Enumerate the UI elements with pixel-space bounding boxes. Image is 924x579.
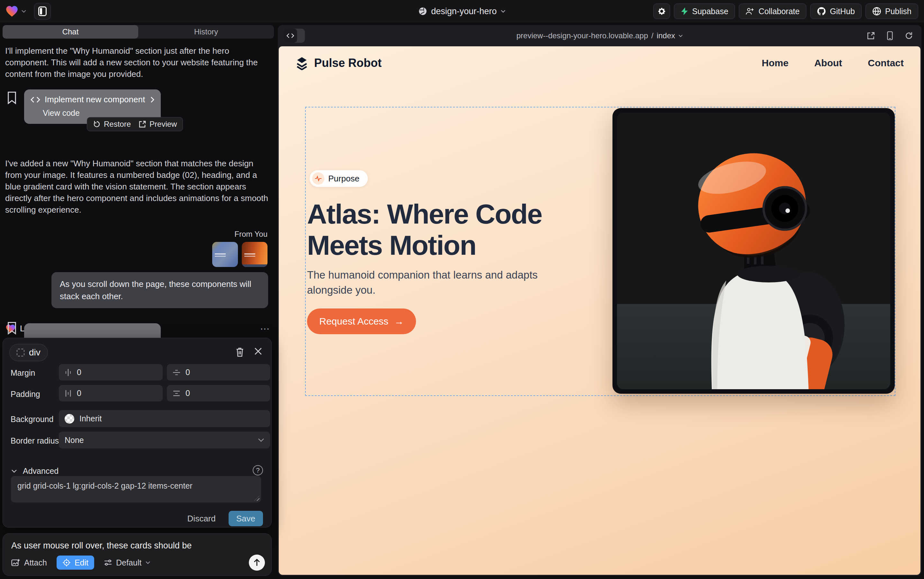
bookmark-icon[interactable] xyxy=(7,92,17,104)
padding-y-value: 0 xyxy=(186,389,190,398)
preview-url-bar[interactable]: preview--design-your-hero.lovable.app / … xyxy=(516,31,683,40)
site-nav: Home About Contact xyxy=(762,57,904,69)
background-swatch xyxy=(65,414,74,424)
padding-y-input[interactable]: 0 xyxy=(167,385,270,401)
publish-button[interactable]: Publish xyxy=(865,3,918,19)
chat-panel: Chat History I'll implement the "Why Hum… xyxy=(0,23,277,579)
preview-url-path: index xyxy=(656,31,675,40)
hero-heading-line2: Meets Motion xyxy=(307,230,542,261)
background-label: Background xyxy=(11,415,53,424)
url-separator: / xyxy=(651,31,654,40)
refresh-icon[interactable] xyxy=(905,31,913,40)
preview-button[interactable]: Preview xyxy=(139,119,177,129)
arrow-right-icon: → xyxy=(394,316,404,327)
preview-panel: preview--design-your-hero.lovable.app / … xyxy=(278,25,921,576)
padding-x-input[interactable]: 0 xyxy=(59,385,163,401)
attach-button[interactable]: Attach xyxy=(11,558,47,568)
advanced-section-toggle[interactable]: Advanced xyxy=(11,466,59,476)
user-message-bubble: As you scroll down the page, these compo… xyxy=(51,272,268,308)
border-radius-label: Border radius xyxy=(11,436,59,445)
code-view-toggle[interactable] xyxy=(284,29,305,43)
from-you-label: From You xyxy=(0,230,268,239)
open-in-new-tab-icon[interactable] xyxy=(867,31,875,40)
project-name: design-your-hero xyxy=(431,7,497,16)
assistant-message: I've added a new "Why Humanoid" section … xyxy=(0,158,277,216)
attachment-thumbnail-orange[interactable] xyxy=(242,242,268,267)
message-more-button[interactable]: ⋯ xyxy=(260,323,271,334)
attach-label: Attach xyxy=(24,558,47,568)
tab-chat[interactable]: Chat xyxy=(3,25,138,39)
mode-label: Default xyxy=(116,558,142,568)
edit-mode-button[interactable]: Edit xyxy=(57,556,94,570)
element-selection-icon xyxy=(17,349,24,357)
edit-label: Edit xyxy=(75,558,88,568)
chat-composer[interactable]: As user mouse roll over, these cards sho… xyxy=(3,533,272,576)
site-logo[interactable]: Pulse Robot xyxy=(295,56,382,70)
nav-link-home[interactable]: Home xyxy=(762,57,789,69)
collaborate-label: Collaborate xyxy=(758,7,800,16)
element-tag: div xyxy=(29,347,41,358)
restore-button[interactable]: Restore xyxy=(93,119,131,129)
site-brand-name: Pulse Robot xyxy=(314,56,382,70)
settings-button[interactable] xyxy=(653,3,670,19)
mobile-view-icon[interactable] xyxy=(887,31,893,40)
purpose-badge-label: Purpose xyxy=(328,174,359,184)
nav-link-contact[interactable]: Contact xyxy=(868,57,904,69)
selected-element-chip[interactable]: div xyxy=(9,344,48,361)
version-hover-toolbar: Restore Preview xyxy=(87,117,183,131)
model-mode-select[interactable]: Default xyxy=(104,558,150,568)
tailwind-classes-textarea[interactable]: grid grid-cols-1 lg:grid-cols-2 gap-12 i… xyxy=(11,476,261,502)
sidebar-toggle-button[interactable] xyxy=(34,3,51,20)
background-input[interactable]: Inherit xyxy=(59,410,270,427)
pulse-icon xyxy=(312,172,325,185)
lovable-logo-icon[interactable] xyxy=(6,5,18,17)
attachment-thumbnail-blue[interactable] xyxy=(212,242,238,267)
border-radius-value: None xyxy=(65,435,84,445)
composer-input[interactable]: As user mouse roll over, these cards sho… xyxy=(11,541,263,551)
component-card-title: Implement new component xyxy=(45,95,145,105)
margin-label: Margin xyxy=(11,368,35,378)
purpose-badge[interactable]: Purpose xyxy=(310,170,368,187)
close-icon[interactable] xyxy=(254,347,262,355)
view-code-link[interactable]: View code xyxy=(24,105,161,118)
supabase-button[interactable]: Supabase xyxy=(674,3,735,19)
delete-element-button[interactable] xyxy=(235,347,244,357)
restore-label: Restore xyxy=(104,119,131,129)
github-button[interactable]: GitHub xyxy=(810,3,862,19)
app-topbar: design-your-hero Supabase Collaborate Gi… xyxy=(0,0,924,23)
preview-chrome-bar: preview--design-your-hero.lovable.app / … xyxy=(278,25,921,46)
help-icon[interactable]: ? xyxy=(253,465,263,476)
padding-label: Padding xyxy=(11,389,40,399)
hero-subheading: The humanoid companion that learns and a… xyxy=(307,267,539,298)
hero-heading-line1: Atlas: Where Code xyxy=(307,198,542,230)
send-button[interactable] xyxy=(249,554,265,571)
assistant-message: I'll implement the "Why Humanoid" sectio… xyxy=(0,45,277,80)
publish-label: Publish xyxy=(885,7,911,16)
site-viewport: Pulse Robot Home About Contact Purpose A… xyxy=(279,46,921,575)
margin-x-input[interactable]: 0 xyxy=(59,364,163,381)
margin-y-input[interactable]: 0 xyxy=(167,364,270,381)
background-value: Inherit xyxy=(79,414,101,423)
collaborate-button[interactable]: Collaborate xyxy=(739,3,806,19)
supabase-label: Supabase xyxy=(692,7,728,16)
code-icon xyxy=(31,96,40,103)
request-access-button[interactable]: Request Access → xyxy=(307,309,416,334)
logo-chevron-down-icon[interactable] xyxy=(21,10,26,13)
save-button[interactable]: Save xyxy=(229,511,263,526)
margin-x-value: 0 xyxy=(77,368,82,377)
padding-x-value: 0 xyxy=(77,389,82,398)
project-switcher[interactable]: design-your-hero xyxy=(418,0,506,23)
robot-image xyxy=(617,113,890,389)
preview-label: Preview xyxy=(150,119,177,129)
bookmark-icon xyxy=(7,322,17,336)
hero-section-selected[interactable]: Purpose Atlas: Where Code Meets Motion T… xyxy=(305,107,895,396)
chat-tabs: Chat History xyxy=(3,25,274,39)
border-radius-select[interactable]: None xyxy=(59,432,270,448)
chevron-right-icon[interactable] xyxy=(150,96,154,103)
tab-history[interactable]: History xyxy=(138,25,274,39)
from-you-block: From You xyxy=(0,230,277,267)
github-label: GitHub xyxy=(830,7,855,16)
preview-url-domain: preview--design-your-hero.lovable.app xyxy=(516,31,648,40)
nav-link-about[interactable]: About xyxy=(815,57,842,69)
discard-button[interactable]: Discard xyxy=(188,514,216,524)
